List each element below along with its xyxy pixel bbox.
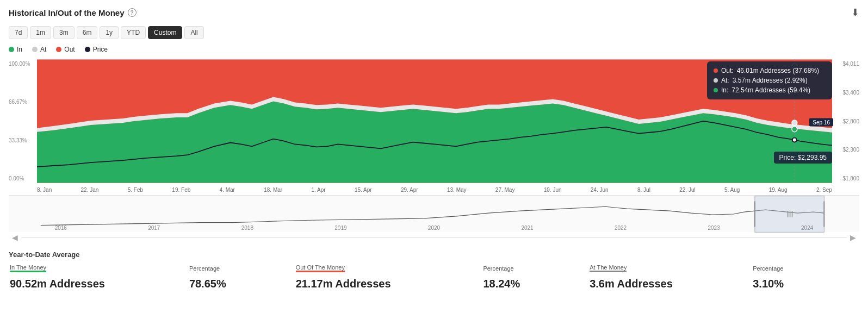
nav-right-arrow[interactable]: ▶: [847, 233, 859, 242]
ytd-table: In The Money Percentage Out Of The Money…: [9, 263, 859, 291]
filter-custom[interactable]: Custom: [148, 26, 182, 39]
legend-in-label: In: [17, 46, 22, 53]
x-date-apr15: 15. Apr: [355, 187, 372, 193]
time-filters: 7d 1m 3m 6m 1y YTD Custom All: [9, 26, 859, 39]
tooltip-at-row: At: 3.57m Addresses (2.92%): [714, 76, 826, 85]
x-date-mar18: 18. Mar: [264, 187, 282, 193]
ytd-out-value: 21.17m Addresses: [296, 275, 482, 290]
nav-left-arrow[interactable]: ◀: [9, 233, 21, 242]
chart-container: Out: 46.01m Addresses (37.68%) At: 3.57m…: [37, 59, 832, 185]
col-header-at-label: At The Money: [590, 264, 627, 272]
download-icon[interactable]: ⬇: [851, 7, 859, 18]
x-date-jun10: 10. Jun: [544, 187, 562, 193]
legend-at-dot: [32, 47, 38, 52]
y-label-33: 33.33%: [9, 137, 30, 143]
col-header-in: In The Money: [10, 264, 188, 274]
mini-label-2019: 2019: [334, 225, 346, 231]
x-date-may27: 27. May: [495, 187, 515, 193]
price-label-1800: $1,800: [842, 176, 859, 181]
filter-7d[interactable]: 7d: [9, 26, 28, 39]
col-header-out-label: Out Of The Money: [296, 264, 345, 272]
tooltip-price-label: Price:: [779, 154, 798, 161]
col-header-pct3: Percentage: [753, 264, 858, 274]
x-date-feb5: 5. Feb: [128, 187, 143, 193]
tooltip-out-label: Out:: [721, 67, 734, 74]
x-date-jan8: 8. Jan: [37, 187, 52, 193]
col-header-in-label: In The Money: [10, 264, 46, 272]
ytd-at-value: 3.6m Addresses: [590, 275, 752, 290]
mini-label-2023: 2023: [708, 225, 720, 231]
x-date-feb19: 19. Feb: [172, 187, 190, 193]
x-date-aug19: 19. Aug: [769, 187, 788, 193]
filter-ytd[interactable]: YTD: [121, 26, 146, 39]
legend-price-label: Price: [93, 46, 108, 53]
filter-all[interactable]: All: [184, 26, 203, 39]
mini-x-labels: 2016 2017 2018 2019 2020 2021 2022 2023 …: [9, 225, 859, 231]
mini-label-2022: 2022: [615, 225, 627, 231]
filter-3m[interactable]: 3m: [53, 26, 75, 39]
legend-at: At: [32, 46, 46, 53]
mini-label-2016: 2016: [55, 225, 67, 231]
tooltip-in-row: In: 72.54m Addresses (59.4%): [714, 85, 826, 95]
x-axis-dates: 8. Jan 22. Jan 5. Feb 19. Feb 4. Mar 18.…: [37, 185, 832, 193]
header-row: Historical In/Out of the Money ? ⬇: [9, 7, 859, 18]
col-header-at: At The Money: [590, 264, 752, 274]
tooltip-out-row: Out: 46.01m Addresses (37.68%): [714, 66, 826, 76]
mini-label-2017: 2017: [148, 225, 160, 231]
x-date-sep2: 2. Sep: [816, 187, 832, 193]
tooltip-at-label: At:: [721, 77, 729, 84]
x-date-jul22: 22. Jul: [679, 187, 695, 193]
col-header-out: Out Of The Money: [296, 264, 482, 274]
filter-6m[interactable]: 6m: [77, 26, 98, 39]
ytd-pct1-value: 78.65%: [189, 275, 295, 290]
tooltip-box: Out: 46.01m Addresses (37.68%) At: 3.57m…: [707, 61, 832, 99]
mini-label-2020: 2020: [428, 225, 440, 231]
price-label-4011: $4,011: [842, 61, 859, 67]
legend-out: Out: [56, 46, 75, 53]
price-label-2800: $2,800: [842, 118, 859, 124]
legend-out-dot: [56, 47, 61, 52]
mini-label-2024: 2024: [801, 225, 813, 231]
x-date-jan22: 22. Jan: [81, 187, 99, 193]
svg-point-7: [792, 127, 797, 132]
col-header-pct2: Percentage: [483, 264, 588, 274]
y-label-67: 66.67%: [9, 99, 30, 105]
legend-out-label: Out: [64, 46, 75, 53]
help-icon[interactable]: ?: [128, 8, 137, 17]
ytd-in-value: 90.52m Addresses: [10, 275, 188, 290]
tooltip-price-box: Price: $2,293.95: [774, 152, 832, 164]
svg-point-6: [792, 120, 797, 126]
x-date-aug5: 5. Aug: [724, 187, 740, 193]
legend-price: Price: [85, 46, 108, 53]
mini-label-2021: 2021: [521, 225, 533, 231]
filter-1y[interactable]: 1y: [100, 26, 119, 39]
tooltip-at-dot: [714, 78, 718, 83]
tooltip-in-value: 72.54m Addresses (59.4%): [731, 86, 810, 94]
nav-arrows-row: ◀ ▶: [9, 232, 859, 245]
mini-chart-container: 2016 2017 2018 2019 2020 2021 2022 2023 …: [9, 195, 859, 232]
x-date-apr1: 1. Apr: [311, 187, 325, 193]
mini-label-2018: 2018: [241, 225, 253, 231]
col-header-pct1: Percentage: [189, 264, 295, 274]
filter-1m[interactable]: 1m: [30, 26, 51, 39]
price-label-2300: $2,300: [842, 147, 859, 153]
y-label-0: 0.00%: [9, 176, 30, 181]
ytd-pct2-value: 18.24%: [483, 275, 588, 290]
page-title: Historical In/Out of the Money ?: [9, 8, 137, 17]
ytd-pct3-value: 3.10%: [753, 275, 858, 290]
col-header-pct1-label: Percentage: [189, 265, 220, 272]
x-date-apr29: 29. Apr: [401, 187, 418, 193]
tooltip-out-value: 46.01m Addresses (37.68%): [737, 67, 819, 74]
x-date-jul8: 8. Jul: [637, 187, 650, 193]
col-header-pct3-label: Percentage: [753, 265, 783, 272]
x-date-may13: 13. May: [447, 187, 467, 193]
legend-in: In: [9, 46, 22, 53]
col-header-pct2-label: Percentage: [483, 265, 513, 272]
tooltip-in-label: In:: [721, 86, 728, 94]
legend-price-dot: [85, 47, 90, 52]
tooltip-price-value: $2,293.95: [798, 154, 827, 161]
date-badge: Sep 16: [809, 118, 833, 126]
title-text: Historical In/Out of the Money: [9, 8, 125, 17]
legend: In At Out Price: [9, 46, 859, 53]
tooltip-in-dot: [714, 88, 718, 92]
